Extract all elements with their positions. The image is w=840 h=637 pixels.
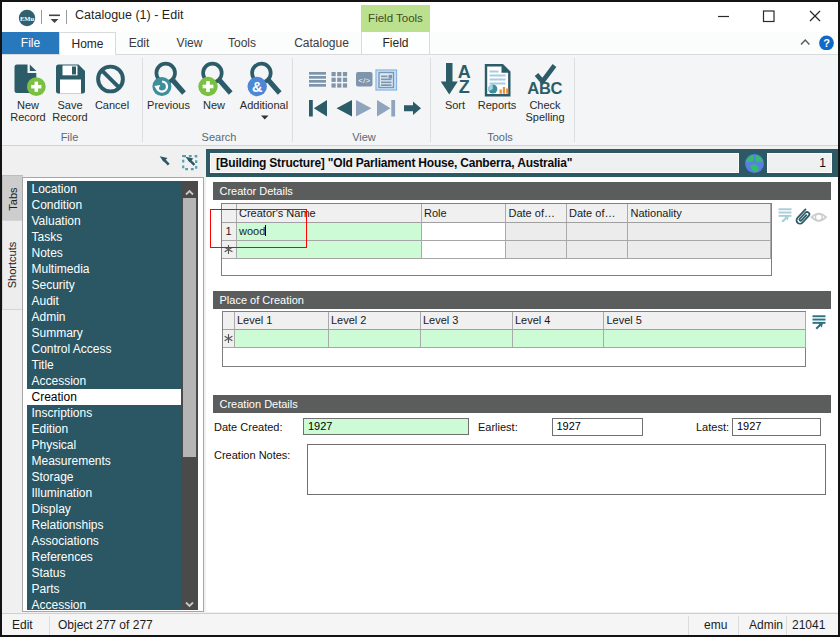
svg-text:?: ? — [823, 37, 830, 49]
svg-text:ABC: ABC — [527, 79, 562, 97]
svg-text:EMu: EMu — [20, 15, 34, 22]
svg-text:&: & — [252, 79, 263, 95]
svg-text:Z: Z — [459, 77, 470, 97]
svg-text:</>: </> — [358, 75, 371, 84]
